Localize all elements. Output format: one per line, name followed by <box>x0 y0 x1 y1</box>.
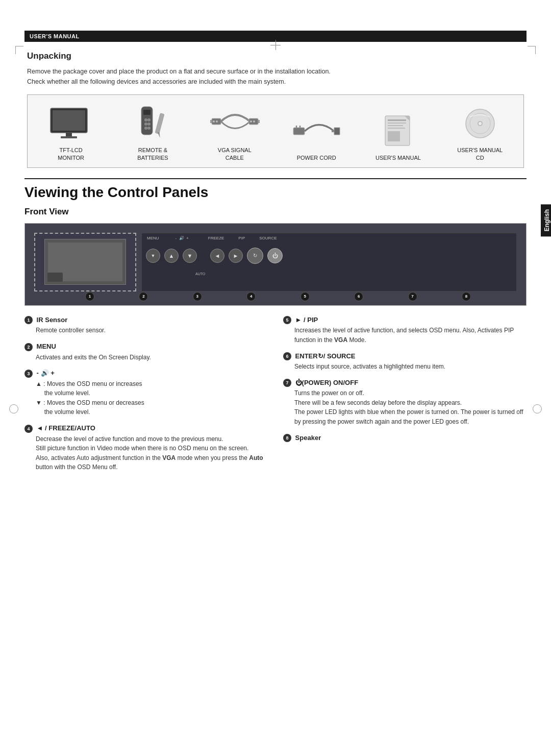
accessory-cord: POWER CORD <box>278 112 355 162</box>
accessory-cable: VGA SIGNALCABLE <box>196 104 273 162</box>
svg-rect-30 <box>388 131 400 141</box>
svg-rect-15 <box>210 120 212 123</box>
svg-rect-12 <box>155 113 164 134</box>
accessory-monitor: TFT-LCDMONITOR <box>33 104 109 162</box>
vol-down-button[interactable]: ▲ <box>164 249 179 263</box>
label-menu: MENU <box>147 236 159 240</box>
front-view-panel: MENU - 🔊 + FREEZE PIP SOURCE ▼ ▲ ▼ <box>24 223 527 306</box>
main-section-title: Viewing the Control Panels <box>24 184 527 201</box>
svg-rect-26 <box>388 119 406 121</box>
num-4: 4 <box>246 292 256 301</box>
desc-enter-source: 6 ENTER↻/ SOURCE Selects input source, a… <box>283 352 527 372</box>
unpacking-description: Remove the package cover and place the p… <box>27 66 524 87</box>
num-6: 6 <box>354 292 363 301</box>
label-freeze: FREEZE <box>208 236 224 240</box>
desc-pip-body: Increases the level of active function, … <box>283 326 527 345</box>
enter-source-button[interactable]: ↻ <box>247 248 263 264</box>
desc-speaker-title: 8 Speaker <box>283 434 527 443</box>
accessory-monitor-img <box>45 104 96 142</box>
svg-rect-2 <box>66 133 72 137</box>
accessory-manual: USER'S MANUAL <box>360 112 436 162</box>
desc-pip: 5 ► / PIP Increases the level of active … <box>283 316 527 345</box>
svg-point-18 <box>213 120 215 123</box>
power-button[interactable]: ⏻ <box>267 248 283 263</box>
num-badge-1: 1 <box>24 316 33 324</box>
svg-point-7 <box>147 118 151 121</box>
accessory-remote: REMOTE &BATTERIES <box>114 104 191 162</box>
accessory-manual-label: USER'S MANUAL <box>375 154 421 162</box>
desc-menu-body: Activates and exits the On Screen Displa… <box>24 353 268 362</box>
desc-menu: 2 MENU Activates and exits the On Screen… <box>24 343 268 362</box>
svg-point-8 <box>144 123 147 126</box>
english-tab: English <box>541 204 551 236</box>
pip-button[interactable]: ► <box>229 249 243 263</box>
desc-power: 7 ⏻(POWER) ON/OFF Turns the power on or … <box>283 379 527 427</box>
desc-power-body: Turns the power on or off. There will be… <box>283 388 527 426</box>
svg-rect-22 <box>293 128 305 135</box>
menu-button[interactable]: ▼ <box>146 249 160 263</box>
accessory-manual-img <box>372 112 423 150</box>
unpacking-section: Unpacking Remove the package cover and p… <box>24 51 527 168</box>
accessory-cord-label: POWER CORD <box>297 154 336 162</box>
num-badge-6: 6 <box>283 352 291 360</box>
desc-col-right: 5 ► / PIP Increases the level of active … <box>283 316 527 479</box>
desc-ir-sensor: 1 IR Sensor Remote controller sensor. <box>24 316 268 335</box>
desc-enter-title: 6 ENTER↻/ SOURCE <box>283 352 527 361</box>
num-badge-7: 7 <box>283 379 291 387</box>
accessory-cd: USER'S MANUALCD <box>442 104 518 162</box>
svg-point-20 <box>250 120 252 123</box>
svg-rect-27 <box>388 123 406 124</box>
num-8: 8 <box>462 292 471 301</box>
svg-point-9 <box>147 123 151 126</box>
num-2: 2 <box>139 292 148 301</box>
accessories-box: TFT-LCDMONITOR <box>27 94 524 168</box>
num-badge-2: 2 <box>24 343 33 351</box>
desc-ir-body: Remote controller sensor. <box>24 326 268 335</box>
back-button[interactable]: ◄ <box>210 249 224 263</box>
num-5: 5 <box>300 292 310 301</box>
label-pip: PIP <box>238 236 245 240</box>
label-source: SOURCE <box>259 236 277 240</box>
separator-line <box>24 178 527 179</box>
label-volume: - 🔊 + <box>176 236 189 240</box>
accessory-remote-label: REMOTE &BATTERIES <box>137 147 168 162</box>
accessory-remote-img <box>127 104 178 142</box>
svg-rect-1 <box>53 110 85 131</box>
num-7: 7 <box>408 292 417 301</box>
number-circles-row: 1 2 3 4 5 6 7 8 <box>34 292 517 301</box>
svg-point-11 <box>147 127 151 130</box>
svg-rect-29 <box>388 128 405 129</box>
svg-point-19 <box>216 120 218 123</box>
accessory-cable-label: VGA SIGNALCABLE <box>218 147 252 162</box>
svg-point-35 <box>479 122 482 125</box>
svg-point-6 <box>144 118 147 121</box>
desc-menu-title: 2 MENU <box>24 343 268 351</box>
desc-volume-body: ▲ : Moves the OSD menu or increases the … <box>24 379 268 417</box>
desc-speaker: 8 Speaker <box>283 434 527 443</box>
svg-rect-17 <box>258 120 260 123</box>
desc-enter-body: Selects input source, activates a highli… <box>283 362 527 372</box>
descriptions-columns: 1 IR Sensor Remote controller sensor. 2 … <box>24 316 527 479</box>
desc-ir-title: 1 IR Sensor <box>24 316 268 325</box>
desc-freeze-title: 4 ◄ / FREEZE/AUTO <box>24 424 268 433</box>
svg-point-21 <box>253 120 255 123</box>
unpacking-title: Unpacking <box>27 51 524 61</box>
vol-up-button[interactable]: ▼ <box>183 249 197 263</box>
num-1: 1 <box>85 292 94 301</box>
desc-volume-title: 3 - 🔊 + <box>24 369 268 378</box>
svg-rect-28 <box>388 125 403 126</box>
desc-power-title: 7 ⏻(POWER) ON/OFF <box>283 379 527 387</box>
control-buttons: ▼ ▲ ▼ ◄ ► ↻ ⏻ <box>146 248 283 264</box>
desc-freeze-body: Decrease the level of active function an… <box>24 434 268 472</box>
num-3: 3 <box>193 292 202 301</box>
button-labels: MENU - 🔊 + FREEZE PIP SOURCE <box>147 236 514 240</box>
svg-point-10 <box>144 127 147 130</box>
auto-label: AUTO <box>195 272 205 276</box>
viewing-section: Viewing the Control Panels Front View <box>24 184 527 479</box>
num-badge-4: 4 <box>24 425 33 433</box>
desc-freeze: 4 ◄ / FREEZE/AUTO Decrease the level of … <box>24 424 268 472</box>
num-badge-5: 5 <box>283 316 291 324</box>
accessory-cd-label: USER'S MANUALCD <box>457 147 503 162</box>
accessory-cd-img <box>455 104 506 142</box>
desc-volume: 3 - 🔊 + ▲ : Moves the OSD menu or increa… <box>24 369 268 417</box>
